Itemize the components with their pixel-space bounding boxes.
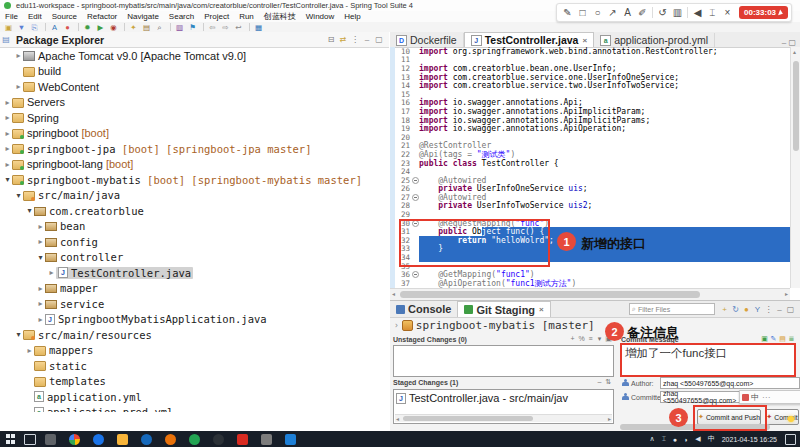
- tree-item[interactable]: ▸mappers: [0, 343, 389, 359]
- staged-hscrollbar[interactable]: ◂ ▸: [395, 414, 612, 422]
- adobe-icon[interactable]: [237, 434, 248, 445]
- menu-Search[interactable]: Search: [164, 12, 199, 21]
- code-line[interactable]: 12import com.creatorblue.bean.one.UserIn…: [390, 64, 790, 73]
- close-icon[interactable]: ×: [539, 305, 544, 314]
- tree-item[interactable]: ▸WebContent: [0, 79, 389, 95]
- menu-Refactor[interactable]: Refactor: [82, 12, 122, 21]
- code-line[interactable]: 23public class TestController {: [390, 159, 790, 168]
- browser-icon[interactable]: [93, 434, 104, 445]
- undo-icon[interactable]: ↺: [655, 7, 670, 18]
- unstage-all-icon[interactable]: ⇅: [604, 378, 613, 386]
- editor-vscrollbar[interactable]: ▴: [790, 47, 800, 288]
- new-icon[interactable]: ▣: [3, 23, 14, 32]
- chevron-collapsed-icon[interactable]: ▸: [14, 82, 23, 91]
- tool-icon[interactable]: [285, 434, 296, 445]
- tree-item[interactable]: ▾com.creatorblue: [0, 203, 389, 219]
- code-line[interactable]: 37 @ApiOperation("func1测试方法"): [390, 279, 790, 288]
- spring-dash-icon[interactable]: A: [49, 23, 60, 32]
- tree-item[interactable]: ▸Apache Tomcat v9.0 [Apache Tomcat v9.0]: [0, 48, 389, 64]
- refresh-icon[interactable]: ↻: [730, 305, 741, 314]
- close-icon[interactable]: ×: [720, 7, 735, 18]
- staged-changes-list[interactable]: J TestController.java - src/main/jav ◂ ▸: [393, 389, 614, 424]
- amend-icon[interactable]: ●: [741, 305, 752, 314]
- tree-item[interactable]: ▸Servers: [0, 95, 389, 111]
- chevron-collapsed-icon[interactable]: ▸: [14, 51, 23, 60]
- maximize-icon[interactable]: ▢: [373, 35, 385, 44]
- pen-icon[interactable]: ✎: [560, 7, 575, 18]
- menu-Run[interactable]: Run: [234, 12, 259, 21]
- code-line[interactable]: 29: [390, 210, 790, 219]
- code-line[interactable]: 28 private UserInfoTwoService uis2;: [390, 202, 790, 211]
- menu-Window[interactable]: Window: [301, 12, 339, 21]
- tree-item[interactable]: build: [0, 64, 389, 80]
- stage-selected-icon[interactable]: +: [568, 335, 577, 343]
- fold-icon[interactable]: [412, 271, 419, 278]
- tree-item[interactable]: ▸springboot-lang [boot]: [0, 157, 389, 173]
- sort-icon[interactable]: ≡: [586, 335, 595, 343]
- record-icon[interactable]: ●: [673, 436, 677, 443]
- tree-item[interactable]: ▸service: [0, 296, 389, 312]
- trash-icon[interactable]: ▥: [670, 7, 685, 18]
- repository-row[interactable]: › springboot-mybatis [master]: [394, 319, 595, 332]
- chevron-collapsed-icon[interactable]: ▸: [36, 315, 45, 324]
- staged-file-row[interactable]: J TestController.java - src/main/jav: [394, 390, 613, 406]
- filter-files-input[interactable]: ⌕ Filter Files: [629, 303, 715, 315]
- scroll-right-icon[interactable]: ▸: [785, 290, 788, 297]
- tree-item[interactable]: aapplication-prod.yml: [0, 405, 389, 413]
- tree-item[interactable]: ▸JSpringbootMybatisApplication.java: [0, 312, 389, 328]
- chevron-collapsed-icon[interactable]: ▸: [3, 129, 12, 138]
- scroll-thumb[interactable]: [400, 291, 700, 298]
- start-button[interactable]: [6, 434, 16, 444]
- package-icon[interactable]: ▤: [141, 23, 152, 32]
- tab-console[interactable]: Console: [390, 302, 457, 317]
- run-icon[interactable]: ▶: [95, 23, 106, 32]
- tree-item[interactable]: ▸JTestController.java: [0, 265, 389, 281]
- recording-timer[interactable]: 00:33:03: [739, 6, 788, 19]
- screen-recorder-toolbar[interactable]: ✎□○↗A✐↺▥◀⌶× 00:33:03: [556, 3, 792, 22]
- branch-icon[interactable]: Y: [752, 305, 763, 314]
- chevron-expanded-icon[interactable]: ▾: [14, 330, 23, 339]
- code-line[interactable]: 10import org.springframework.web.bind.an…: [390, 47, 790, 56]
- ellipse-icon[interactable]: ○: [590, 7, 605, 18]
- scroll-left-icon[interactable]: ◂: [392, 290, 395, 297]
- code-line[interactable]: 16import io.swagger.annotations.Api;: [390, 99, 790, 108]
- committer-input[interactable]: zhaq <550497655@qq.com>: [660, 391, 743, 403]
- tree-item[interactable]: ▾src/main/resources: [0, 327, 389, 343]
- add-icon[interactable]: +: [719, 305, 730, 314]
- tree-item[interactable]: aapplication.yml: [0, 389, 389, 405]
- editor-tab-Dockerfile[interactable]: DDockerfile: [390, 33, 464, 47]
- forward-icon[interactable]: ⇨: [220, 23, 231, 32]
- chevron-collapsed-icon[interactable]: ▸: [36, 222, 45, 231]
- fold-icon[interactable]: [412, 194, 419, 201]
- menu-Help[interactable]: Help: [339, 12, 365, 21]
- tree-item[interactable]: ▾springboot-mybatis [boot] [springboot-m…: [0, 172, 389, 188]
- tree-item[interactable]: ▾src/main/java: [0, 188, 389, 204]
- profile-icon[interactable]: ◉: [108, 23, 119, 32]
- tree-item[interactable]: ▸config: [0, 234, 389, 250]
- code-line[interactable]: 24: [390, 167, 790, 176]
- code-line[interactable]: 21@RestController: [390, 142, 790, 151]
- chevron-expanded-icon[interactable]: ▾: [14, 191, 23, 200]
- tree-item[interactable]: ▸Spring: [0, 110, 389, 126]
- minimize-icon[interactable]: –: [774, 305, 785, 314]
- chevron-collapsed-icon[interactable]: ▸: [3, 160, 12, 169]
- code-line[interactable]: 22@Api(tags = "测试类"): [390, 150, 790, 159]
- stage-all-icon[interactable]: %: [577, 335, 586, 343]
- maximize-icon[interactable]: ▢: [785, 305, 796, 314]
- scroll-up-icon[interactable]: ▴: [793, 48, 796, 55]
- minimize-icon[interactable]: –: [361, 35, 373, 44]
- wechat-icon[interactable]: [189, 434, 200, 445]
- chrome-icon[interactable]: [69, 434, 80, 445]
- tree-item[interactable]: ▸mapper: [0, 281, 389, 297]
- scroll-thumb[interactable]: [403, 416, 533, 421]
- highlight-icon[interactable]: ✐: [635, 7, 650, 18]
- vs-icon[interactable]: [261, 434, 272, 445]
- menu-Project[interactable]: Project: [199, 12, 234, 21]
- scroll-right-icon[interactable]: ▸: [608, 415, 611, 422]
- debug-icon[interactable]: ✹: [82, 23, 93, 32]
- chevron-collapsed-icon[interactable]: ▸: [36, 299, 45, 308]
- chevron-collapsed-icon[interactable]: ▸: [47, 268, 56, 277]
- commit-button[interactable]: ✦ Commit: [765, 409, 799, 425]
- notification-center-icon[interactable]: [785, 434, 796, 445]
- tree-item[interactable]: ▸springboot [boot]: [0, 126, 389, 142]
